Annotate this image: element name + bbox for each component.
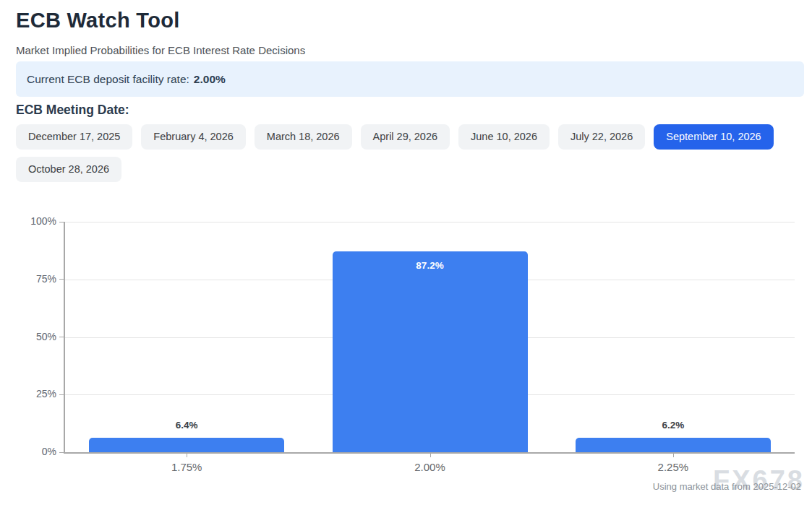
current-rate-label: Current ECB deposit facility rate: xyxy=(27,73,189,86)
probability-bar[interactable] xyxy=(576,438,771,452)
y-axis-tick xyxy=(59,452,64,453)
meeting-date-buttons: December 17, 2025February 4, 2026March 1… xyxy=(16,124,800,182)
y-axis-label: 25% xyxy=(10,388,56,399)
ecb-watch-tool-page: ECB Watch Tool Market Implied Probabilit… xyxy=(0,0,812,510)
x-axis-tick xyxy=(673,452,674,457)
bar-value-label: 6.2% xyxy=(623,420,724,431)
current-rate-value: 2.00% xyxy=(194,73,226,86)
plot-area[interactable]: 100%75%50%25%0%6.4%1.75%87.2%2.00%6.2%2.… xyxy=(64,222,795,454)
gridline xyxy=(65,222,795,222)
meeting-date-button[interactable]: April 29, 2026 xyxy=(361,124,450,150)
x-axis-tick xyxy=(187,452,187,457)
page-title: ECB Watch Tool xyxy=(16,9,180,33)
meeting-date-button[interactable]: June 10, 2026 xyxy=(458,124,550,150)
current-rate-banner: Current ECB deposit facility rate: 2.00% xyxy=(16,61,804,97)
probability-bar[interactable] xyxy=(89,438,284,452)
bar-value-label: 87.2% xyxy=(380,260,481,271)
y-axis-label: 75% xyxy=(10,273,56,285)
y-axis-tick xyxy=(59,394,64,395)
x-axis-label: 2.25% xyxy=(623,461,724,473)
y-axis-label: 100% xyxy=(10,215,56,227)
probability-bar[interactable] xyxy=(333,251,528,452)
y-axis-label: 50% xyxy=(10,331,56,342)
x-axis-label: 2.00% xyxy=(380,461,481,473)
x-axis-tick xyxy=(430,452,431,457)
x-axis-label: 1.75% xyxy=(136,461,237,473)
bar-value-label: 6.4% xyxy=(136,420,237,431)
meeting-date-button[interactable]: March 18, 2026 xyxy=(255,124,352,150)
y-axis-label: 0% xyxy=(10,446,56,457)
data-date-note: Using market data from 2025-12-02 xyxy=(653,481,801,492)
y-axis-tick xyxy=(59,279,64,280)
meeting-date-button[interactable]: October 28, 2026 xyxy=(16,157,121,182)
meeting-date-heading: ECB Meeting Date: xyxy=(16,103,129,118)
meeting-date-button[interactable]: December 17, 2025 xyxy=(16,124,132,150)
page-subtitle: Market Implied Probabilities for ECB Int… xyxy=(16,44,305,56)
y-axis-tick xyxy=(59,222,64,222)
meeting-date-button[interactable]: July 22, 2026 xyxy=(558,124,645,150)
y-axis-tick xyxy=(59,337,64,337)
meeting-date-button[interactable]: February 4, 2026 xyxy=(141,124,245,150)
meeting-date-button[interactable]: September 10, 2026 xyxy=(654,124,773,150)
